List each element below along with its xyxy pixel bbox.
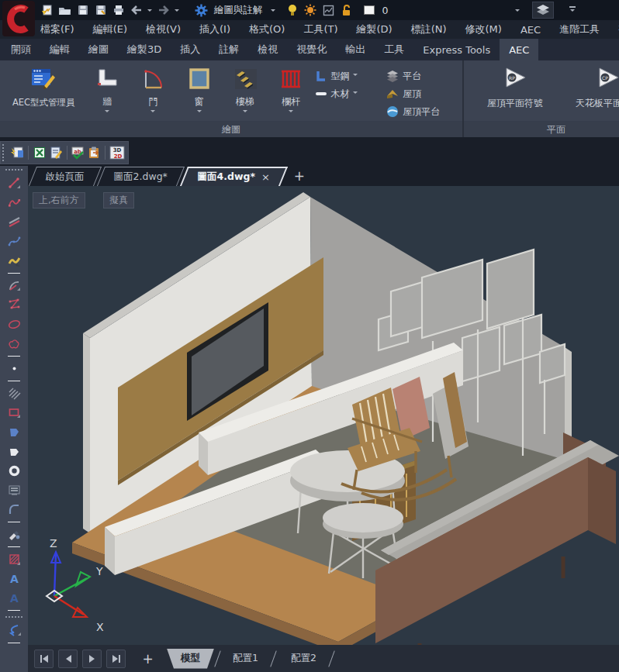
ribbon-tab-annotate[interactable]: 註解 [209,39,248,60]
ribbon-tab-tools[interactable]: 工具 [375,39,413,60]
steel-dropdown-icon[interactable] [353,74,358,78]
first-layout-icon[interactable] [34,650,54,668]
slab-tool-button[interactable]: 平台 [386,69,462,83]
lumber-tool-button[interactable]: 木材 [314,87,386,101]
drawing-viewport[interactable]: Z Y X 上,右前方 擬真 [28,186,619,645]
unlock-icon[interactable] [340,4,353,17]
ribbon-tab-3d[interactable]: 繪製3D [118,39,171,60]
visual-style-button[interactable]: 擬真 [103,192,134,208]
mtext-icon[interactable]: A [4,569,24,588]
menu-express[interactable]: 進階工具 [559,22,600,36]
next-layout-icon[interactable] [82,650,102,668]
layers-panel-button[interactable] [532,2,554,19]
point-icon[interactable] [4,359,24,378]
workspace-selector[interactable]: 繪圖與註解 [214,4,263,17]
doc-tab-drawing2[interactable]: 圖面2.dwg* [97,167,185,186]
revision-cloud-icon[interactable] [4,334,24,353]
ribbon-tab-aec[interactable]: AEC [500,39,538,60]
toolbar-overflow-icon[interactable] [569,6,576,14]
workspace-dropdown-icon[interactable] [271,9,275,14]
menu-file[interactable]: 檔案(F) [40,22,74,36]
menu-draw[interactable]: 繪製(D) [357,22,392,36]
paste-clipboard-icon[interactable] [87,145,101,160]
convert-3d-2d-icon[interactable]: 3D2D [109,145,125,160]
layer-color-swatch[interactable] [364,5,375,15]
sheet-set-icon[interactable] [322,4,335,17]
sun-icon[interactable] [304,4,317,17]
roof-slab-tool-button[interactable]: 屋頂平台 [386,105,462,119]
print-icon[interactable] [112,4,125,17]
layout-tab-layout2[interactable]: 配置2 [277,649,330,669]
single-text-icon[interactable]: A [4,588,24,608]
last-layout-icon[interactable] [106,650,126,668]
save-as-icon[interactable] [94,4,107,17]
menu-aec[interactable]: AEC [520,24,541,36]
ribbon-tab-express[interactable]: Express Tools [413,39,500,60]
stairs-dropdown-icon[interactable] [243,110,247,115]
view-orientation-button[interactable]: 上,右前方 [33,192,85,208]
layout-tab-model[interactable]: 模型 [167,649,214,669]
ribbon-tab-home[interactable]: 開頭 [2,39,40,60]
menu-tools[interactable]: 工具(T) [303,22,337,36]
menu-dimension[interactable]: 標註(N) [411,22,447,36]
roof-tool-button[interactable]: 屋頂 [386,87,462,101]
new-layout-button[interactable]: + [138,650,157,668]
ellipse-icon[interactable] [4,315,24,334]
redo-icon[interactable] [157,4,170,17]
layout-tab-layout1[interactable]: 配置1 [219,649,272,669]
polygon-icon[interactable] [4,295,24,315]
undo-icon[interactable] [130,4,143,17]
toolbar-grip[interactable] [2,144,6,161]
redo-dropdown-icon[interactable] [175,9,179,14]
undo-curve-icon[interactable] [4,621,24,640]
prev-layout-icon[interactable] [58,650,78,668]
menu-view[interactable]: 檢視(V) [146,22,181,36]
rectangle-icon[interactable] [4,403,24,422]
doc-tab-drawing4[interactable]: 圖面4.dwg*× [180,167,288,186]
workspace-gear-icon[interactable] [195,4,208,17]
donut-icon[interactable] [4,461,24,481]
wall-dropdown-icon[interactable] [105,110,109,115]
close-tab-icon[interactable]: × [261,171,270,183]
ribbon-tab-insert[interactable]: 插入 [171,39,209,60]
new-drawing-icon[interactable] [40,4,54,17]
spline-icon[interactable] [4,232,24,251]
lumber-dropdown-icon[interactable] [353,91,358,96]
line-icon[interactable] [4,174,24,193]
menu-modify[interactable]: 修改(M) [465,22,502,36]
excel-export-icon[interactable] [33,145,47,160]
ribbon-tab-edit[interactable]: 編輯 [40,39,79,60]
window-dropdown-icon[interactable] [197,110,202,115]
hatch-icon[interactable] [4,384,24,403]
layer-dropdown-icon[interactable] [515,9,520,14]
steel-tool-button[interactable]: 型鋼 [314,69,386,83]
menu-format[interactable]: 格式(O) [249,22,285,36]
polyline-icon[interactable] [4,193,24,212]
fillet-icon[interactable] [4,500,24,519]
ribbon-tab-view[interactable]: 檢視 [248,39,287,60]
app-logo[interactable] [2,1,35,36]
region-icon[interactable] [4,422,24,442]
wipeout-icon[interactable] [4,442,24,461]
sketch-pen-icon[interactable] [4,525,24,544]
text-panel-icon[interactable] [4,481,24,500]
toolbar-grip[interactable] [5,616,22,619]
new-tab-button[interactable]: + [294,168,305,184]
lightbulb-icon[interactable] [286,4,299,17]
undo-dropdown-icon[interactable] [147,9,152,14]
toolbar-grip[interactable] [5,169,22,172]
ribbon-tab-draw[interactable]: 繪圖 [79,39,118,60]
save-icon[interactable] [76,4,89,17]
hatch-region-icon[interactable] [4,550,24,569]
open-icon[interactable] [58,4,71,17]
edit-document-icon[interactable] [49,145,63,160]
menu-edit[interactable]: 編輯(E) [93,22,127,36]
ribbon-tab-output[interactable]: 輸出 [336,39,375,60]
double-line-icon[interactable] [4,212,24,232]
arc-icon[interactable] [4,276,24,295]
doc-tab-start-page[interactable]: 啟始頁面 [29,167,102,186]
door-dropdown-icon[interactable] [150,110,155,115]
spell-check-icon[interactable]: ab [71,145,85,160]
ribbon-tab-visualize[interactable]: 視覺化 [287,39,336,60]
freehand-sketch-icon[interactable] [4,251,24,271]
